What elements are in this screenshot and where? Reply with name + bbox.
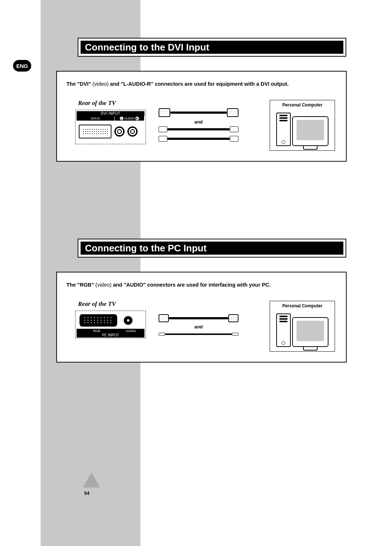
audio-jack-icon	[124, 316, 132, 325]
section-title-pc: Connecting to the PC Input	[78, 239, 346, 258]
rca-plug-icon	[230, 126, 238, 132]
and-label: and	[159, 324, 238, 329]
rca-plug-icon	[159, 126, 167, 132]
pc-tower-icon	[276, 314, 291, 347]
pc-label: Personal Computer	[272, 102, 332, 108]
pc-label: Personal Computer	[272, 303, 332, 308]
cable-line-icon	[167, 138, 230, 140]
audio-mid: AUDIO	[124, 117, 135, 120]
dvi-panel-header: DVI INPUT	[77, 111, 144, 116]
pc-cables-illustration: and	[159, 312, 238, 341]
section-box-pc: The "RGB" (video) and "AUDIO" connectors…	[56, 272, 347, 363]
cable-line-icon	[170, 112, 227, 114]
desc-part: and "AUDIO" connectors are used for inte…	[113, 282, 270, 288]
pc-tower-icon	[276, 113, 291, 146]
language-badge: ENG	[13, 60, 31, 72]
cable-line-icon	[165, 333, 232, 335]
vga-port-icon	[79, 314, 117, 327]
desc-part: and "L-AUDIO-R" connectors are used for …	[110, 81, 289, 87]
personal-computer-box: Personal Computer	[270, 301, 335, 352]
dvi-plug-icon	[227, 108, 238, 117]
monitor-base-icon	[303, 347, 318, 351]
audio-label: AUDIO	[117, 329, 144, 333]
pc-illustration	[272, 311, 332, 347]
dvi-description: The "DVI" (video) and "L-AUDIO-R" connec…	[66, 80, 336, 88]
and-label: and	[159, 119, 238, 125]
page-number: 54	[84, 490, 89, 496]
pc-description: The "RGB" (video) and "AUDIO" connectors…	[66, 281, 336, 288]
desc-part: The "DVI"	[66, 81, 93, 87]
section-title-dvi: Connecting to the DVI Input	[78, 38, 346, 57]
dvi-d-label: DVI-D	[77, 116, 115, 121]
title-text: Connecting to the DVI Input	[85, 42, 209, 53]
section-box-dvi: The "DVI" (video) and "L-AUDIO-R" connec…	[56, 71, 347, 162]
pc-illustration	[272, 110, 332, 146]
dvi-input-panel: DVI INPUT DVI-D L AUDIO R	[75, 110, 146, 144]
title-text: Connecting to the PC Input	[85, 243, 207, 254]
desc-part: The "RGB"	[66, 282, 95, 288]
cable-line-icon	[169, 317, 228, 319]
vga-plug-icon	[159, 314, 169, 322]
rear-of-tv-label: Rear of the TV	[78, 300, 116, 308]
cable-line-icon	[167, 128, 230, 130]
pc-input-panel: RGB AUDIO PC INPUT	[75, 311, 146, 338]
audio-plug-icon	[232, 333, 238, 336]
pc-monitor-icon	[292, 317, 328, 347]
monitor-base-icon	[303, 146, 318, 150]
triangle-marker-icon	[83, 472, 100, 488]
rear-of-tv-label: Rear of the TV	[78, 100, 116, 107]
rca-plug-icon	[159, 136, 167, 142]
pc-panel-sub: RGB AUDIO	[77, 329, 144, 333]
audio-r: R	[135, 117, 139, 120]
desc-part-light: (video)	[93, 81, 110, 87]
pc-panel-footer: PC INPUT	[77, 333, 144, 337]
personal-computer-box: Personal Computer	[270, 100, 335, 151]
dvi-cables-illustration: and	[159, 106, 238, 146]
dvi-ports-row	[77, 121, 144, 142]
dvi-d-port-icon	[79, 125, 111, 138]
desc-part-light: (video)	[95, 282, 113, 288]
vga-plug-icon	[228, 314, 238, 322]
rca-plug-icon	[230, 136, 238, 142]
rgb-label: RGB	[77, 329, 117, 333]
rca-right-icon	[127, 126, 138, 137]
rca-left-icon	[114, 126, 124, 137]
audio-lr-label: L AUDIO R	[115, 116, 144, 121]
pc-ports-row	[77, 312, 144, 329]
dvi-panel-sub: DVI-D L AUDIO R	[77, 116, 144, 121]
audio-plug-icon	[159, 333, 165, 336]
audio-l: L	[120, 117, 123, 120]
pc-monitor-icon	[292, 116, 328, 146]
dvi-plug-icon	[159, 108, 170, 117]
